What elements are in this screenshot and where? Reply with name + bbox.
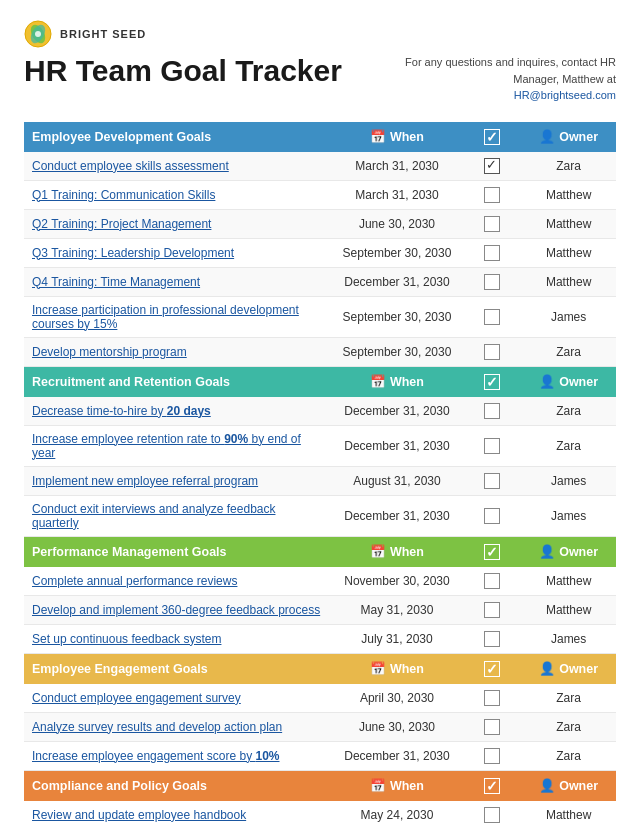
task-cell: Q1 Training: Communication Skills [24, 180, 332, 209]
check-cell[interactable] [462, 801, 521, 829]
task-link[interactable]: Conduct employee engagement survey [32, 691, 241, 705]
table-row: Increase employee engagement score by 10… [24, 741, 616, 770]
when-value: December 31, 2030 [344, 509, 449, 523]
checkbox[interactable] [484, 274, 500, 290]
table-row: Q3 Training: Leadership DevelopmentSepte… [24, 238, 616, 267]
checkbox[interactable] [484, 158, 500, 174]
owner-value: Zara [556, 345, 581, 359]
task-cell: Decrease time-to-hire by 20 days [24, 397, 332, 426]
owner-cell: Zara [521, 337, 616, 366]
check-cell[interactable] [462, 684, 521, 713]
task-cell: Complete annual performance reviews [24, 567, 332, 596]
task-link[interactable]: Develop mentorship program [32, 345, 187, 359]
task-link[interactable]: Q2 Training: Project Management [32, 217, 211, 231]
section-header-performance-management: Performance Management Goals📅 When✓👤 Own… [24, 536, 616, 567]
check-cell[interactable] [462, 337, 521, 366]
checkbox[interactable] [484, 602, 500, 618]
owner-cell: James [521, 296, 616, 337]
check-cell[interactable] [462, 238, 521, 267]
when-value: April 30, 2030 [360, 691, 434, 705]
when-value: September 30, 2030 [343, 310, 452, 324]
checkbox[interactable] [484, 309, 500, 325]
task-link[interactable]: Complete annual performance reviews [32, 574, 237, 588]
task-link[interactable]: Increase employee retention rate to 90% … [32, 432, 301, 460]
checkbox[interactable] [484, 344, 500, 360]
contact-email[interactable]: HR@brightseed.com [514, 89, 616, 101]
task-link[interactable]: Decrease time-to-hire by 20 days [32, 404, 211, 418]
owner-cell: Matthew [521, 567, 616, 596]
owner-value: Zara [556, 720, 581, 734]
check-cell[interactable] [462, 567, 521, 596]
task-link[interactable]: Review and update employee handbook [32, 808, 246, 822]
checkmark-header-icon: ✓ [484, 661, 500, 677]
task-link[interactable]: Set up continuous feedback system [32, 632, 221, 646]
section-owner-header-employee-development: 👤 Owner [521, 122, 616, 152]
check-cell[interactable] [462, 152, 521, 181]
task-link[interactable]: Develop and implement 360-degree feedbac… [32, 603, 320, 617]
checkbox[interactable] [484, 719, 500, 735]
checkbox[interactable] [484, 748, 500, 764]
section-label-performance-management: Performance Management Goals [24, 536, 332, 567]
check-cell[interactable] [462, 495, 521, 536]
owner-value: James [551, 310, 586, 324]
task-link[interactable]: Q3 Training: Leadership Development [32, 246, 234, 260]
checkbox[interactable] [484, 508, 500, 524]
owner-value: James [551, 509, 586, 523]
checkbox[interactable] [484, 690, 500, 706]
when-value: December 31, 2030 [344, 275, 449, 289]
person-icon: 👤 [539, 129, 555, 144]
check-cell[interactable] [462, 425, 521, 466]
check-cell[interactable] [462, 267, 521, 296]
checkbox[interactable] [484, 573, 500, 589]
checkbox[interactable] [484, 807, 500, 823]
check-cell[interactable] [462, 180, 521, 209]
checkbox[interactable] [484, 438, 500, 454]
owner-cell: Zara [521, 152, 616, 181]
table-row: Conduct employee engagement surveyApril … [24, 684, 616, 713]
when-value: December 31, 2030 [344, 404, 449, 418]
checkbox[interactable] [484, 216, 500, 232]
when-cell: May 24, 2030 [332, 801, 462, 829]
task-link[interactable]: Conduct employee skills assessment [32, 159, 229, 173]
person-icon: 👤 [539, 374, 555, 389]
checkbox[interactable] [484, 631, 500, 647]
task-link[interactable]: Q4 Training: Time Management [32, 275, 200, 289]
checkbox[interactable] [484, 245, 500, 261]
section-header-recruitment-retention: Recruitment and Retention Goals📅 When✓👤 … [24, 366, 616, 397]
check-cell[interactable] [462, 595, 521, 624]
task-link[interactable]: Q1 Training: Communication Skills [32, 188, 215, 202]
table-row: Q2 Training: Project ManagementJune 30, … [24, 209, 616, 238]
check-cell[interactable] [462, 209, 521, 238]
check-cell[interactable] [462, 624, 521, 653]
owner-value: Matthew [546, 275, 591, 289]
table-row: Increase employee retention rate to 90% … [24, 425, 616, 466]
section-check-header-performance-management: ✓ [462, 536, 521, 567]
checkbox[interactable] [484, 187, 500, 203]
check-cell[interactable] [462, 397, 521, 426]
owner-value: Matthew [546, 574, 591, 588]
section-label-compliance-policy: Compliance and Policy Goals [24, 770, 332, 801]
task-link[interactable]: Increase participation in professional d… [32, 303, 299, 331]
section-when-header-performance-management: 📅 When [332, 536, 462, 567]
table-row: Complete annual performance reviewsNovem… [24, 567, 616, 596]
check-cell[interactable] [462, 466, 521, 495]
task-cell: Q3 Training: Leadership Development [24, 238, 332, 267]
section-label-employee-engagement: Employee Engagement Goals [24, 653, 332, 684]
checkbox[interactable] [484, 403, 500, 419]
task-link[interactable]: Implement new employee referral program [32, 474, 258, 488]
check-cell[interactable] [462, 741, 521, 770]
task-link[interactable]: Conduct exit interviews and analyze feed… [32, 502, 275, 530]
task-link[interactable]: Analyze survey results and develop actio… [32, 720, 282, 734]
check-cell[interactable] [462, 712, 521, 741]
task-cell: Q2 Training: Project Management [24, 209, 332, 238]
when-label: When [390, 130, 424, 144]
task-link[interactable]: Increase employee engagement score by 10… [32, 749, 280, 763]
check-cell[interactable] [462, 296, 521, 337]
owner-cell: Matthew [521, 209, 616, 238]
bright-seed-logo-icon [24, 20, 52, 48]
checkbox[interactable] [484, 473, 500, 489]
task-cell: Analyze survey results and develop actio… [24, 712, 332, 741]
calendar-icon: 📅 [370, 661, 386, 676]
owner-cell: James [521, 495, 616, 536]
when-cell: March 31, 2030 [332, 152, 462, 181]
